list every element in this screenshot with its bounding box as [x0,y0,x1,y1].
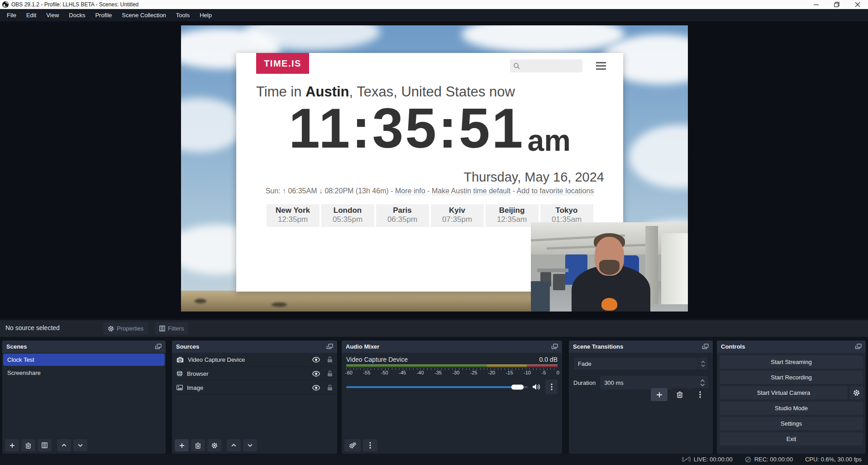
advanced-audio-button[interactable] [344,439,361,451]
no-source-selected-label: No source selected [5,324,60,331]
popout-icon[interactable] [326,344,333,350]
scene-item-screenshare[interactable]: Screenshare [3,367,165,379]
scene-item-clock-test[interactable]: Clock Test [3,354,165,366]
transition-select[interactable]: Fade [573,357,708,370]
city-tile: Kyiv07:35pm [431,204,484,227]
audio-mixer-dock-header[interactable]: Audio Mixer [342,340,562,353]
add-source-button[interactable] [175,439,189,451]
source-move-up-button[interactable] [227,439,241,451]
program-canvas[interactable]: TIME.IS Time in Austin, Texas, United St… [181,25,688,312]
sources-dock-header[interactable]: Sources [172,340,337,353]
source-item-video-capture[interactable]: Video Capture Device [172,353,337,367]
webcam-source[interactable] [531,222,688,312]
remove-scene-button[interactable] [21,439,35,451]
make-default-link: Make Austin time default [432,187,510,195]
visibility-eye-icon[interactable] [312,371,320,377]
popout-icon[interactable] [702,344,709,350]
title-bar: OBS 29.1.2 - Profile: LLHLS BETA - Scene… [0,0,868,9]
volume-meter [346,364,558,367]
start-streaming-button[interactable]: Start Streaming [720,355,863,369]
cloud [462,25,625,53]
lock-icon[interactable] [327,370,333,377]
timeis-clock: 11:35:51 am [236,100,623,156]
selected-source-toolbar: No source selected Properties Filters [0,320,868,337]
duration-input[interactable]: 300 ms [600,376,708,389]
visibility-eye-icon[interactable] [312,357,320,363]
speaker-icon[interactable] [532,384,541,390]
scenes-dock-header[interactable]: Scenes [2,340,166,353]
scene-move-up-button[interactable] [57,439,71,451]
image-icon [176,385,183,390]
remove-source-button[interactable] [191,439,205,451]
mixer-menu-button[interactable] [363,439,377,451]
meter-tick-labels: -60-55-50-45-40-35-30-25-20-15-10-50 [345,370,559,375]
timeis-search-box [510,59,582,72]
scene-filters-button[interactable] [38,439,52,451]
remove-transition-button[interactable] [671,388,688,401]
window-title: OBS 29.1.2 - Profile: LLHLS BETA - Scene… [11,1,138,8]
source-item-browser[interactable]: Browser [172,367,337,381]
restore-button[interactable] [826,0,847,9]
menu-edit[interactable]: Edit [21,9,41,21]
stream-inactive-icon [682,456,691,462]
cloud [181,98,244,152]
status-bar: LIVE: 00:00:00 REC: 00:00:00 CPU: 0.6%, … [0,454,868,465]
mixer-toolbar [344,439,377,451]
properties-button[interactable]: Properties [103,322,148,335]
live-status: LIVE: 00:00:00 [682,456,733,463]
office-window [661,233,688,305]
sources-dock: Sources Video Capture Device Browser Ima… [172,340,337,454]
menu-profile[interactable]: Profile [90,9,117,21]
person-beard [599,260,620,275]
lock-icon[interactable] [327,384,333,391]
timeis-date: Thursday, May 16, 2024 [463,170,604,185]
studio-mode-button[interactable]: Studio Mode [720,402,863,415]
exit-button[interactable]: Exit [720,432,863,446]
minimize-button[interactable] [806,0,826,9]
source-move-down-button[interactable] [243,439,257,451]
menu-view[interactable]: View [41,9,64,21]
mixer-channel-name: Video Capture Device [346,356,408,363]
add-transition-button[interactable] [651,388,668,401]
menu-tools[interactable]: Tools [171,9,195,21]
menu-help[interactable]: Help [195,9,217,21]
sources-toolbar [175,439,257,451]
visibility-eye-icon[interactable] [312,385,320,391]
preview-viewport: TIME.IS Time in Austin, Texas, United St… [0,21,868,318]
volume-slider[interactable] [346,386,528,388]
start-virtual-camera-button[interactable]: Start Virtual Camera [720,386,848,399]
add-scene-button[interactable] [5,439,19,451]
volume-slider-handle[interactable] [511,384,524,389]
source-properties-button[interactable] [207,439,221,451]
controls-dock-header[interactable]: Controls [717,340,866,353]
spinner-arrows-icon[interactable] [700,379,706,386]
add-favorite-link: Add to favorite locations [517,187,594,195]
menu-docks[interactable]: Docks [64,9,90,21]
mixer-channel-header: Video Capture Device 0.0 dB [346,356,558,363]
close-button[interactable] [847,0,868,9]
mixer-channel-menu-button[interactable] [545,379,558,394]
filters-button[interactable]: Filters [155,322,188,335]
filters-icon [159,326,165,331]
controls-dock: Controls Start Streaming Start Recording… [717,340,866,454]
chevron-up-down-icon [698,357,708,370]
menu-file[interactable]: File [2,9,21,21]
transitions-dock-header[interactable]: Scene Transitions [569,340,713,353]
settings-button[interactable]: Settings [720,417,863,430]
more-info-link: More info [395,187,425,195]
virtual-camera-settings-button[interactable] [849,386,863,399]
popout-icon[interactable] [155,344,162,350]
popout-icon[interactable] [551,344,558,350]
source-item-image[interactable]: Image [172,381,337,395]
scenes-toolbar [5,439,87,451]
scenes-dock: Scenes Clock Test Screenshare [2,340,166,454]
timeis-logo: TIME.IS [256,53,309,74]
lock-icon[interactable] [327,356,333,363]
popout-icon[interactable] [855,344,862,350]
start-recording-button[interactable]: Start Recording [720,371,863,384]
transition-properties-button[interactable] [692,388,708,401]
city-tile: Beijing12:35am [486,204,539,227]
scene-move-down-button[interactable] [73,439,87,451]
timeis-sun-line: Sun: ↑ 06:35AM ↓ 08:20PM (13h 46m) - Mor… [236,187,623,195]
menu-scene-collection[interactable]: Scene Collection [117,9,171,21]
